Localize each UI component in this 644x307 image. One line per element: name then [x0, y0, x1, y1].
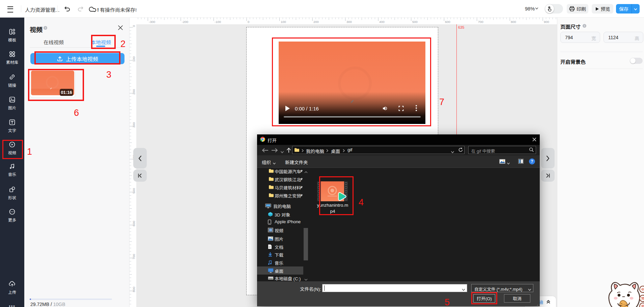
svg-text:!: ! [97, 7, 99, 12]
